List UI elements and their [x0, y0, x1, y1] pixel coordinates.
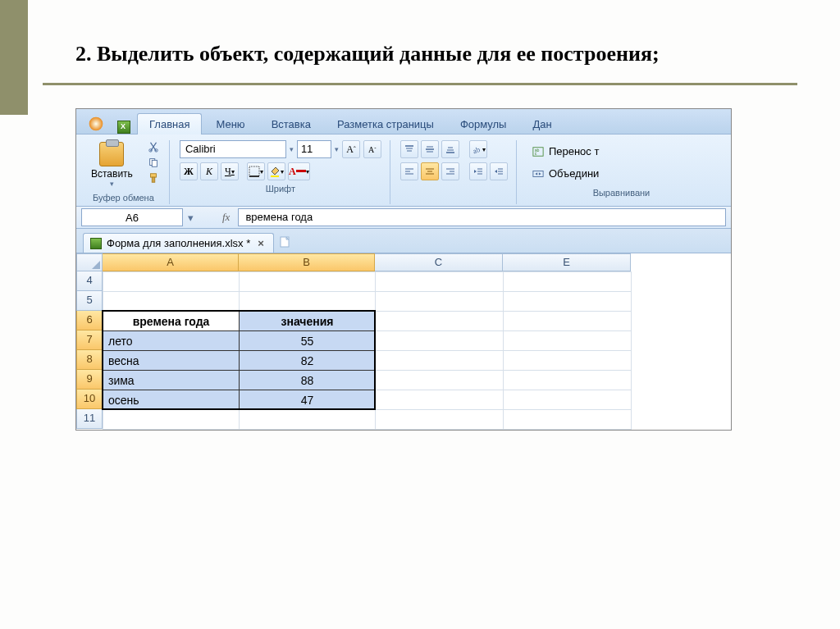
group-alignment-icons: ab▾	[397, 140, 517, 204]
alignment-group-label: Выравнивани	[527, 188, 716, 199]
fill-color-button[interactable]: ▾	[267, 162, 285, 180]
copy-button[interactable]	[146, 156, 161, 169]
ribbon-body: Вставить ▾ Буфе	[76, 134, 731, 207]
bold-button[interactable]: Ж	[180, 162, 198, 180]
border-button[interactable]: ▾	[247, 162, 265, 180]
row-header-7[interactable]: 7	[76, 330, 103, 350]
decrease-indent-button[interactable]	[469, 162, 487, 180]
italic-button[interactable]: К	[200, 162, 218, 180]
shrink-font-button[interactable]: Aˇ	[363, 140, 381, 158]
slide-title: 2. Выделить объект, содержащий данные дл…	[75, 39, 765, 68]
group-font: Calibri ▾ 11 ▾ Aˆ Aˇ Ж К Ч ▾ ▾	[176, 140, 390, 204]
wrap-text-label: Перенос т	[549, 145, 600, 157]
merge-center-label: Объедини	[549, 167, 599, 180]
document-tab-bar: Форма для заполнения.xlsx * ×	[76, 229, 731, 253]
formula-bar: A6 ▾ fx времена года	[76, 207, 731, 229]
excel-window: Главная Меню Вставка Разметка страницы Ф…	[75, 108, 732, 431]
col-header-c[interactable]: C	[375, 253, 503, 271]
close-document-button[interactable]: ×	[255, 237, 267, 249]
svg-rect-4	[152, 160, 157, 166]
tab-insert[interactable]: Вставка	[259, 113, 323, 134]
group-alignment-wrap: abc Перенос т Объедини Выравнивани	[523, 140, 724, 204]
paste-label: Вставить	[91, 168, 133, 180]
cell-b8[interactable]: 82	[240, 351, 376, 371]
tab-menu[interactable]: Меню	[203, 113, 257, 134]
cell-a7[interactable]: лето	[103, 331, 240, 351]
office-button[interactable]	[81, 114, 111, 134]
tab-formulas[interactable]: Формулы	[448, 113, 519, 134]
align-center-button[interactable]	[421, 162, 439, 180]
row-header-6[interactable]: 6	[76, 311, 103, 330]
orientation-button[interactable]: ab▾	[469, 140, 487, 158]
increase-indent-button[interactable]	[490, 162, 508, 180]
paste-button[interactable]: Вставить ▾	[86, 140, 138, 189]
name-box[interactable]: A6	[81, 208, 183, 226]
document-name: Форма для заполнения.xlsx *	[107, 237, 250, 249]
spreadsheet-grid[interactable]: A B C E 4 5 6 7 8 9 10 11	[76, 253, 731, 430]
col-header-b[interactable]: B	[239, 253, 375, 271]
tab-page-layout[interactable]: Разметка страницы	[325, 113, 446, 134]
svg-rect-9	[271, 175, 279, 177]
cell-a6[interactable]: времена года	[103, 312, 240, 331]
align-left-button[interactable]	[400, 162, 418, 180]
name-box-dropdown[interactable]: ▾	[183, 207, 198, 228]
row-header-4[interactable]: 4	[76, 271, 103, 291]
cell-a9[interactable]: зима	[103, 371, 240, 390]
select-all-corner[interactable]	[76, 253, 103, 271]
row-header-10[interactable]: 10	[76, 390, 103, 409]
align-middle-button[interactable]	[421, 140, 439, 158]
font-color-button[interactable]: A ▾	[288, 162, 310, 180]
svg-rect-6	[152, 177, 155, 182]
svg-point-0	[89, 117, 103, 131]
cell-a10[interactable]: осень	[103, 390, 240, 410]
cell-b7[interactable]: 55	[240, 331, 376, 351]
format-painter-button[interactable]	[146, 171, 161, 185]
cell-a8[interactable]: весна	[103, 351, 240, 371]
fx-label[interactable]: fx	[198, 207, 238, 228]
group-clipboard: Вставить ▾ Буфе	[83, 140, 170, 204]
svg-text:ab: ab	[472, 145, 482, 155]
font-name-select[interactable]: Calibri	[180, 140, 286, 158]
svg-rect-7	[249, 166, 259, 176]
excel-qat-icon	[117, 121, 130, 134]
font-size-select[interactable]: 11	[297, 140, 331, 158]
clipboard-icon	[99, 142, 124, 166]
merge-center-button[interactable]: Объедини	[527, 164, 716, 183]
cell-b10[interactable]: 47	[240, 390, 376, 410]
align-right-button[interactable]	[441, 162, 459, 180]
row-header-9[interactable]: 9	[76, 370, 103, 390]
slide-accent-bar	[0, 0, 28, 115]
grow-font-button[interactable]: Aˆ	[342, 140, 360, 158]
svg-text:c: c	[535, 151, 537, 156]
tab-data[interactable]: Дан	[520, 113, 564, 134]
row-header-8[interactable]: 8	[76, 350, 103, 370]
row-header-5[interactable]: 5	[76, 291, 103, 311]
cell-b6[interactable]: значения	[240, 312, 376, 331]
align-top-button[interactable]	[400, 140, 418, 158]
excel-file-icon	[90, 238, 102, 249]
cut-button[interactable]	[146, 140, 161, 153]
align-bottom-button[interactable]	[441, 140, 459, 158]
svg-rect-38	[533, 171, 543, 176]
svg-rect-5	[150, 174, 156, 177]
col-header-a[interactable]: A	[103, 253, 239, 271]
wrap-text-button[interactable]: abc Перенос т	[527, 142, 716, 161]
formula-input[interactable]: времена года	[238, 208, 726, 226]
cell-b9[interactable]: 88	[240, 371, 376, 390]
new-document-button[interactable]	[279, 235, 292, 251]
title-underline	[43, 83, 797, 85]
col-header-e[interactable]: E	[503, 253, 631, 271]
underline-button[interactable]: Ч ▾	[221, 162, 239, 180]
document-tab[interactable]: Форма для заполнения.xlsx * ×	[83, 233, 274, 253]
tab-home[interactable]: Главная	[137, 113, 202, 134]
ribbon-tab-strip: Главная Меню Вставка Разметка страницы Ф…	[76, 109, 731, 134]
row-header-11[interactable]: 11	[76, 409, 103, 429]
font-group-label: Шрифт	[180, 184, 381, 195]
clipboard-group-label: Буфер обмена	[86, 193, 161, 204]
